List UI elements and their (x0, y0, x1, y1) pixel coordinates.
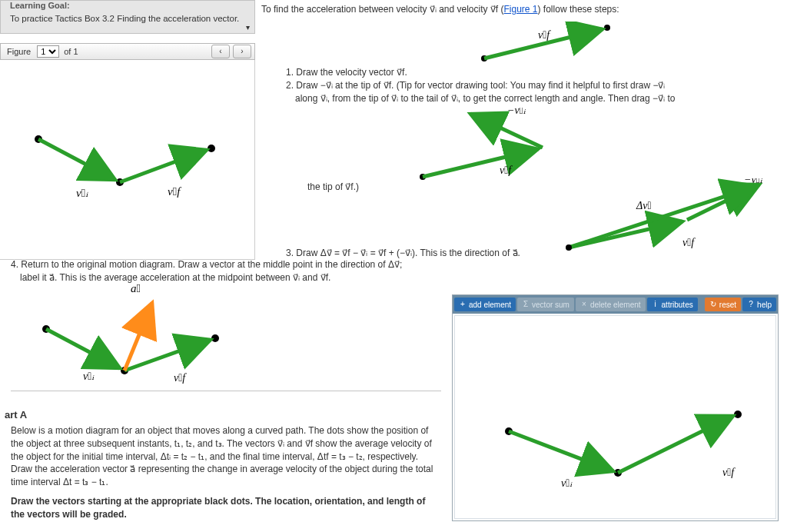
learning-goal-header: Learning Goal: (10, 1, 245, 10)
svg-text:−v⃗ᵢ: −v⃗ᵢ (744, 178, 763, 185)
vf-label: v⃗f (168, 185, 181, 198)
svg-point-32 (734, 411, 742, 418)
svg-text:v⃗ᵢ: v⃗ᵢ (561, 477, 573, 489)
plus-icon: + (459, 301, 467, 308)
step-2b: along v⃗ᵢ, from the tip of v⃗ᵢ to the ta… (286, 92, 778, 105)
svg-text:Δv⃗: Δv⃗ (636, 200, 652, 211)
svg-point-23 (211, 334, 219, 342)
question-icon: ? (747, 301, 755, 308)
sigma-icon: Σ (522, 301, 530, 308)
figure-1-canvas: v⃗ᵢ v⃗f (0, 60, 255, 260)
svg-text:−v⃗ᵢ: −v⃗ᵢ (507, 108, 526, 116)
svg-line-33 (509, 431, 613, 471)
help-button[interactable]: ?help (742, 298, 776, 311)
figure-label: Figure (1, 47, 37, 56)
intro-text: To find the acceleration between velocit… (261, 3, 784, 15)
svg-line-25 (125, 340, 211, 371)
delete-element-button[interactable]: ×delete element (576, 298, 646, 311)
step1-vf-diagram: v⃗f (477, 22, 630, 70)
svg-line-11 (470, 114, 543, 148)
step-3: 3. Draw Δv⃗ = v⃗f − v⃗ᵢ = v⃗f + (−v⃗ᵢ). … (286, 248, 520, 258)
drawing-canvas[interactable]: v⃗ᵢ v⃗f (454, 315, 776, 519)
svg-line-24 (46, 329, 120, 368)
svg-point-17 (566, 244, 572, 251)
svg-line-10 (423, 149, 538, 177)
svg-text:v⃗f: v⃗f (682, 237, 696, 248)
svg-line-34 (618, 416, 733, 473)
attributes-button[interactable]: iattributes (647, 298, 698, 311)
figure-1-link[interactable]: Figure 1 (504, 4, 538, 15)
refresh-icon: ↻ (709, 301, 717, 308)
svg-text:v⃗f: v⃗f (174, 372, 187, 384)
add-element-button[interactable]: +add element (454, 298, 516, 311)
drawing-toolbar: +add element Σvector sum ×delete element… (453, 295, 778, 314)
step-2a: 2. Draw −v⃗ᵢ at the tip of v⃗f. (Tip for… (286, 79, 778, 92)
vector-drawing-tool: +add element Σvector sum ×delete element… (452, 294, 779, 521)
part-a-label: art A (5, 409, 27, 421)
figure-select[interactable]: 1 (37, 45, 59, 58)
svg-text:v⃗ᵢ: v⃗ᵢ (83, 371, 95, 382)
info-icon: i (652, 301, 659, 308)
step-1: 1. Draw the velocity vector v⃗f. (286, 66, 778, 79)
separator (11, 391, 441, 391)
steps-block: 1. Draw the velocity vector v⃗f. 2. Draw… (286, 66, 778, 105)
x-icon: × (580, 301, 588, 308)
step-4a: 4. Return to the original motion diagram… (11, 258, 441, 271)
figure-prev-button[interactable]: ‹ (211, 45, 230, 58)
svg-point-6 (604, 25, 610, 31)
vector-sum-button[interactable]: Σvector sum (517, 298, 574, 311)
part-a-body: Below is a motion diagram for an object … (11, 425, 433, 487)
step-2c: the tip of v⃗f.) (307, 181, 359, 192)
svg-line-4 (120, 150, 207, 182)
figure-next-button[interactable]: › (233, 45, 251, 58)
svg-text:v⃗f: v⃗f (500, 165, 513, 176)
svg-line-3 (38, 139, 115, 180)
figure-nav-bar: Figure 1 of 1 ‹ › (0, 43, 255, 60)
part-a-text: Below is a motion diagram for an object … (11, 424, 441, 521)
step4-diagram: a⃗ v⃗ᵢ v⃗f (15, 281, 261, 391)
figure-of-label: of 1 (59, 47, 82, 56)
reset-button[interactable]: ↻reset (705, 298, 741, 311)
chevron-down-icon[interactable]: ▾ (246, 23, 250, 32)
svg-text:v⃗f: v⃗f (722, 467, 736, 478)
vi-label: v⃗ᵢ (76, 187, 88, 199)
svg-point-2 (208, 145, 215, 152)
step4-block: 4. Return to the original motion diagram… (11, 258, 441, 284)
part-a-bold: Draw the vectors starting at the appropr… (11, 495, 441, 521)
learning-goal-panel: Learning Goal: To practice Tactics Box 3… (0, 0, 255, 34)
svg-line-16 (569, 186, 756, 248)
svg-text:a⃗: a⃗ (131, 282, 141, 294)
learning-goal-text: To practice Tactics Box 3.2 Finding the … (10, 13, 245, 25)
step3-diagram: Δv⃗ v⃗f −v⃗ᵢ (553, 178, 784, 265)
svg-text:v⃗f: v⃗f (538, 29, 551, 41)
